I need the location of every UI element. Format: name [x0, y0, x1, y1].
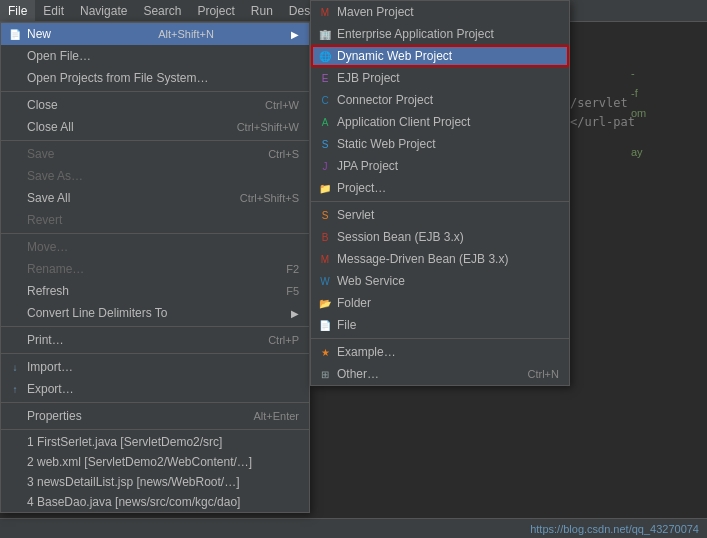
file-menu-move[interactable]: Move…	[1, 236, 309, 258]
new-ejb-project[interactable]: E EJB Project	[311, 67, 569, 89]
recent-file-4[interactable]: 4 BaseDao.java [news/src/com/kgc/dao]	[1, 492, 309, 512]
menu-project[interactable]: Project	[189, 0, 242, 21]
status-bar: https://blog.csdn.net/qq_43270074	[0, 518, 707, 538]
file-menu-rename[interactable]: Rename… F2	[1, 258, 309, 280]
file-menu-save-all[interactable]: Save All Ctrl+Shift+S	[1, 187, 309, 209]
folder-icon: 📂	[317, 295, 333, 311]
dynamic-web-icon: 🌐	[317, 48, 333, 64]
other-icon: ⊞	[317, 366, 333, 382]
jpa-icon: J	[317, 158, 333, 174]
separator-7	[1, 429, 309, 430]
recent-file-3[interactable]: 3 newsDetailList.jsp [news/WebRoot/…]	[1, 472, 309, 492]
ejb-icon: E	[317, 70, 333, 86]
file-menu-properties[interactable]: Properties Alt+Enter	[1, 405, 309, 427]
new-submenu: M Maven Project 🏢 Enterprise Application…	[310, 0, 570, 386]
enterprise-icon: 🏢	[317, 26, 333, 42]
separator-1	[1, 91, 309, 92]
new-file[interactable]: 📄 File	[311, 314, 569, 336]
new-icon: 📄	[7, 26, 23, 42]
example-icon: ★	[317, 344, 333, 360]
file-menu-refresh[interactable]: Refresh F5	[1, 280, 309, 302]
file-menu-save-as[interactable]: Save As…	[1, 165, 309, 187]
new-project[interactable]: 📁 Project…	[311, 177, 569, 199]
connector-icon: C	[317, 92, 333, 108]
staticweb-icon: S	[317, 136, 333, 152]
file-menu-close[interactable]: Close Ctrl+W	[1, 94, 309, 116]
separator-2	[1, 140, 309, 141]
maven-icon: M	[317, 4, 333, 20]
new-connector-project[interactable]: C Connector Project	[311, 89, 569, 111]
new-enterprise-app[interactable]: 🏢 Enterprise Application Project	[311, 23, 569, 45]
menu-run[interactable]: Run	[243, 0, 281, 21]
file-menu-open-projects[interactable]: Open Projects from File System…	[1, 67, 309, 89]
status-url: https://blog.csdn.net/qq_43270074	[530, 523, 699, 535]
session-icon: B	[317, 229, 333, 245]
file-menu-export[interactable]: ↑ Export…	[1, 378, 309, 400]
new-jpa-project[interactable]: J JPA Project	[311, 155, 569, 177]
new-static-web[interactable]: S Static Web Project	[311, 133, 569, 155]
separator-4	[1, 326, 309, 327]
file-menu-open-file[interactable]: Open File…	[1, 45, 309, 67]
new-dynamic-web[interactable]: 🌐 Dynamic Web Project	[311, 45, 569, 67]
file-menu-convert-line[interactable]: Convert Line Delimiters To ▶	[1, 302, 309, 324]
new-message-bean[interactable]: M Message-Driven Bean (EJB 3.x)	[311, 248, 569, 270]
separator-3	[1, 233, 309, 234]
file-menu-print[interactable]: Print… Ctrl+P	[1, 329, 309, 351]
new-web-service[interactable]: W Web Service	[311, 270, 569, 292]
separator-5	[1, 353, 309, 354]
new-example[interactable]: ★ Example…	[311, 341, 569, 363]
menu-edit[interactable]: Edit	[35, 0, 72, 21]
servlet-icon: S	[317, 207, 333, 223]
file-icon: 📄	[317, 317, 333, 333]
message-icon: M	[317, 251, 333, 267]
import-icon: ↓	[7, 359, 23, 375]
new-separator-2	[311, 338, 569, 339]
separator-6	[1, 402, 309, 403]
new-session-bean[interactable]: B Session Bean (EJB 3.x)	[311, 226, 569, 248]
menu-search[interactable]: Search	[135, 0, 189, 21]
new-other[interactable]: ⊞ Other… Ctrl+N	[311, 363, 569, 385]
menu-file[interactable]: File	[0, 0, 35, 21]
file-menu-import[interactable]: ↓ Import…	[1, 356, 309, 378]
export-icon: ↑	[7, 381, 23, 397]
menu-navigate[interactable]: Navigate	[72, 0, 135, 21]
new-folder[interactable]: 📂 Folder	[311, 292, 569, 314]
project-icon: 📁	[317, 180, 333, 196]
file-menu-dropdown: 📄 New Alt+Shift+N ▶ Open File… Open Proj…	[0, 22, 310, 513]
new-app-client[interactable]: A Application Client Project	[311, 111, 569, 133]
recent-file-2[interactable]: 2 web.xml [ServletDemo2/WebContent/…]	[1, 452, 309, 472]
new-servlet[interactable]: S Servlet	[311, 204, 569, 226]
appclient-icon: A	[317, 114, 333, 130]
new-maven-project[interactable]: M Maven Project	[311, 1, 569, 23]
file-menu-revert[interactable]: Revert	[1, 209, 309, 231]
recent-file-1[interactable]: 1 FirstSerlet.java [ServletDemo2/src]	[1, 432, 309, 452]
file-menu-new[interactable]: 📄 New Alt+Shift+N ▶	[1, 23, 309, 45]
new-separator-1	[311, 201, 569, 202]
file-menu-close-all[interactable]: Close All Ctrl+Shift+W	[1, 116, 309, 138]
file-menu-save[interactable]: Save Ctrl+S	[1, 143, 309, 165]
webservice-icon: W	[317, 273, 333, 289]
